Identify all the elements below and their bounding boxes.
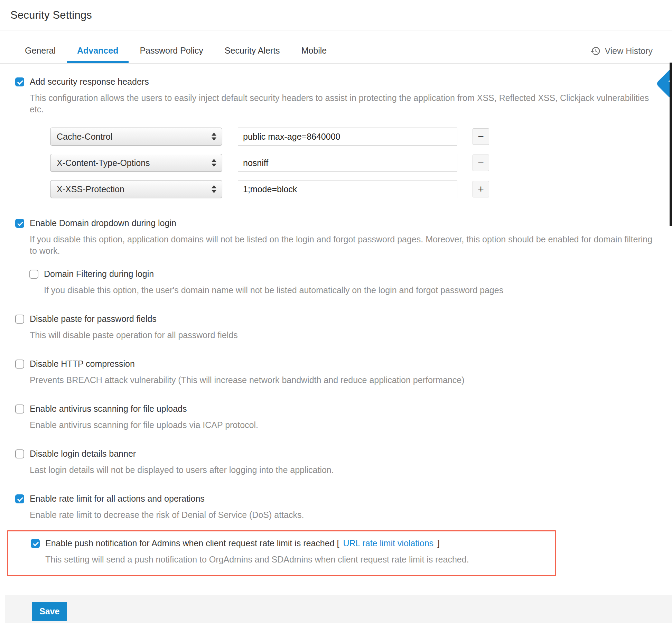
select-value: X-Content-Type-Options [57, 158, 150, 168]
disable-paste-description: This will disable paste operation for al… [30, 329, 656, 341]
select-arrows-icon [212, 159, 216, 167]
remove-header-button[interactable]: − [473, 128, 489, 145]
disable-http-compression-label: Disable HTTP compression [30, 359, 135, 369]
domain-dropdown-label: Enable Domain dropdown during login [30, 218, 176, 228]
rate-limit-checkbox[interactable] [15, 494, 24, 503]
setting-push-notification-highlighted: Enable push notification for Admins when… [7, 530, 556, 576]
select-arrows-icon [212, 133, 216, 141]
push-notification-label-suffix: ] [437, 538, 440, 548]
url-rate-limit-violations-link[interactable]: URL rate limit violations [343, 538, 433, 548]
domain-filtering-label: Domain Filtering during login [44, 269, 154, 279]
header-row-x-content-type-options: X-Content-Type-Options − [50, 154, 657, 172]
domain-filtering-checkbox[interactable] [29, 270, 38, 279]
remove-header-button[interactable]: − [473, 155, 489, 171]
main-content: Add security response headers This confi… [0, 64, 672, 623]
domain-filtering-description: If you disable this option, the user's d… [44, 285, 657, 296]
domain-dropdown-checkbox[interactable] [15, 219, 24, 228]
antivirus-scanning-checkbox[interactable] [15, 405, 24, 413]
setting-domain-dropdown: Enable Domain dropdown during login If y… [15, 218, 657, 296]
disable-paste-label: Disable paste for password fields [30, 314, 157, 324]
antivirus-scanning-description: Enable antivirus scanning for file uploa… [30, 419, 656, 431]
header-name-select[interactable]: Cache-Control [50, 128, 222, 146]
header-name-select[interactable]: X-XSS-Protection [50, 180, 222, 198]
tab-bar: General Advanced Password Policy Securit… [0, 30, 672, 64]
add-header-button[interactable]: + [473, 181, 489, 197]
disable-login-banner-description: Last login details will not be displayed… [30, 464, 656, 476]
tab-general[interactable]: General [15, 30, 66, 63]
save-button[interactable]: Save [32, 602, 67, 621]
disable-http-compression-checkbox[interactable] [15, 360, 24, 369]
header-name-select[interactable]: X-Content-Type-Options [50, 154, 222, 172]
header-row-cache-control: Cache-Control − [50, 128, 657, 146]
setting-add-security-response-headers: Add security response headers This confi… [15, 77, 657, 198]
setting-domain-filtering: Domain Filtering during login If you dis… [29, 269, 657, 296]
view-history-button[interactable]: View History [590, 30, 653, 63]
add-security-response-headers-description: This configuration allows the users to e… [30, 92, 656, 115]
select-value: X-XSS-Protection [57, 184, 124, 194]
push-notification-label: Enable push notification for Admins when… [45, 538, 440, 548]
setting-disable-login-banner: Disable login details banner Last login … [15, 449, 657, 476]
page-title: Security Settings [10, 9, 92, 21]
view-history-label: View History [605, 46, 653, 56]
setting-disable-http-compression: Disable HTTP compression Prevents BREACH… [15, 359, 657, 386]
disable-paste-checkbox[interactable] [15, 315, 24, 324]
antivirus-scanning-label: Enable antivirus scanning for file uploa… [30, 404, 187, 414]
push-notification-checkbox[interactable] [31, 539, 40, 548]
header-value-input[interactable] [238, 128, 457, 146]
domain-dropdown-description: If you disable this option, application … [30, 234, 656, 257]
header-value-input[interactable] [238, 154, 457, 172]
header-row-x-xss-protection: X-XSS-Protection + [50, 180, 657, 198]
tab-mobile[interactable]: Mobile [291, 30, 337, 63]
setting-rate-limit: Enable rate limit for all actions and op… [15, 494, 657, 521]
push-notification-description: This setting will send a push notificati… [45, 554, 548, 565]
select-value: Cache-Control [57, 132, 112, 142]
disable-http-compression-description: Prevents BREACH attack vulnerability (Th… [30, 374, 656, 386]
security-header-rows: Cache-Control − X-Content-Type-Options −… [50, 128, 657, 198]
disable-login-banner-checkbox[interactable] [15, 449, 24, 458]
history-icon [590, 46, 601, 56]
tab-advanced[interactable]: Advanced [67, 30, 129, 63]
tab-security-alerts[interactable]: Security Alerts [214, 30, 290, 63]
setting-antivirus-scanning: Enable antivirus scanning for file uploa… [15, 404, 657, 431]
setting-disable-paste: Disable paste for password fields This w… [15, 314, 657, 341]
add-security-response-headers-label: Add security response headers [30, 77, 149, 87]
page-header: Security Settings [0, 0, 672, 30]
disable-login-banner-label: Disable login details banner [30, 449, 136, 459]
rate-limit-description: Enable rate limit to decrease the risk o… [30, 509, 656, 521]
push-notification-label-prefix: Enable push notification for Admins when… [45, 538, 339, 548]
select-arrows-icon [212, 185, 216, 193]
scrollbar-thumb[interactable] [670, 63, 672, 226]
rate-limit-label: Enable rate limit for all actions and op… [30, 494, 205, 504]
tab-password-policy[interactable]: Password Policy [129, 30, 213, 63]
footer-bar: Save [5, 595, 672, 623]
add-security-response-headers-checkbox[interactable] [15, 77, 24, 86]
header-value-input[interactable] [238, 180, 457, 198]
